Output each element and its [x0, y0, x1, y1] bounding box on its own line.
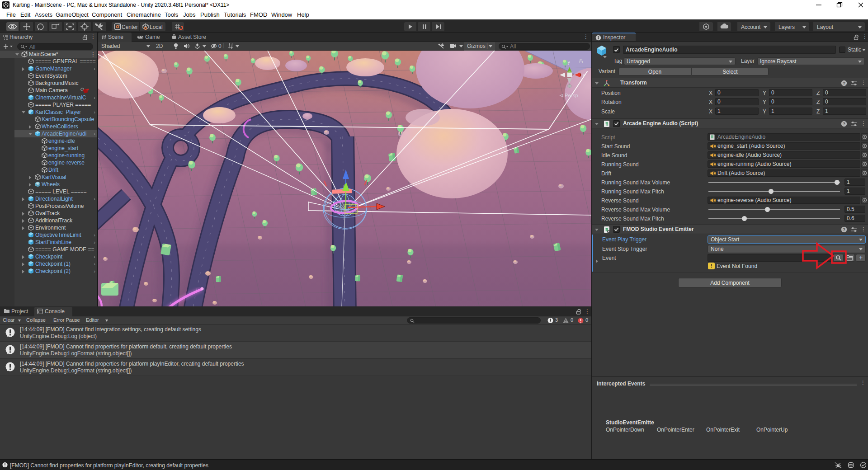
- svg-text:?: ?: [843, 122, 845, 126]
- svg-text:?: ?: [843, 81, 845, 85]
- svg-text:⋖ Persp: ⋖ Persp: [559, 93, 578, 98]
- svg-text:y: y: [568, 60, 570, 65]
- svg-text:?: ?: [843, 227, 845, 232]
